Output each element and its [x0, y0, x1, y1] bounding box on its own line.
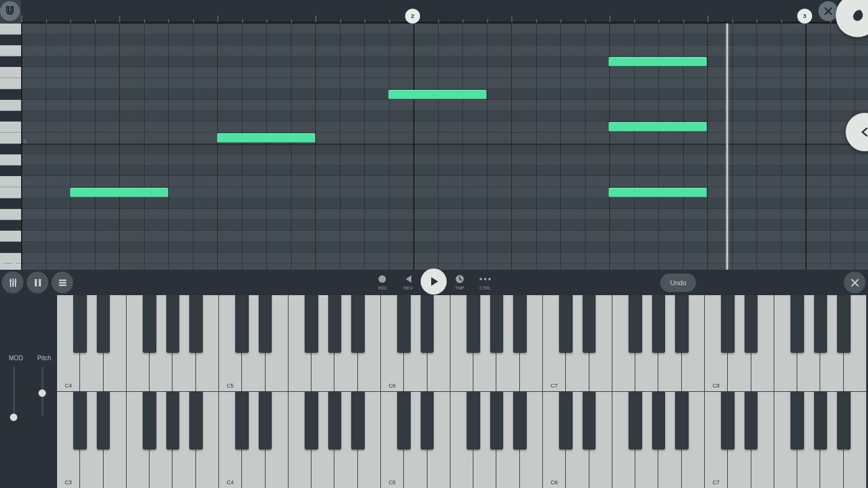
black-key[interactable]: [629, 392, 642, 450]
black-key[interactable]: [837, 295, 851, 353]
black-key[interactable]: [721, 295, 735, 353]
piano-roll-grid[interactable]: 5: [21, 24, 868, 270]
black-key[interactable]: [513, 295, 527, 353]
key-label: C7: [543, 383, 565, 389]
close-piano-roll-button[interactable]: [818, 1, 838, 21]
black-key[interactable]: [143, 392, 156, 450]
black-key[interactable]: [397, 392, 411, 450]
pause-tool-button[interactable]: [27, 272, 48, 293]
mod-pitch-panel: MOD Pitch: [0, 295, 57, 488]
black-key[interactable]: [73, 392, 87, 450]
black-key[interactable]: [814, 392, 828, 450]
piano-roll-keys[interactable]: [0, 24, 21, 270]
bar-marker[interactable]: 2: [405, 9, 420, 24]
black-key[interactable]: [837, 392, 851, 450]
play-button[interactable]: [421, 268, 447, 295]
black-key[interactable]: [675, 392, 689, 450]
black-key[interactable]: [397, 295, 411, 353]
playhead[interactable]: [727, 24, 728, 270]
black-key[interactable]: [745, 295, 758, 353]
black-key[interactable]: [745, 392, 758, 450]
rec-label: REC: [378, 286, 388, 290]
close-icon: [823, 6, 834, 17]
black-key[interactable]: [583, 295, 596, 353]
timeline-ruler[interactable]: 23: [21, 0, 868, 24]
midi-note[interactable]: [609, 57, 707, 66]
black-key[interactable]: [305, 392, 318, 450]
key-label: C6: [543, 479, 565, 486]
black-key[interactable]: [421, 392, 434, 450]
black-key[interactable]: [790, 295, 804, 353]
mod-slider-handle[interactable]: [10, 414, 17, 421]
black-key[interactable]: [467, 295, 480, 353]
black-key[interactable]: [652, 392, 666, 450]
black-key[interactable]: [235, 295, 249, 353]
transport-bar: REC REV TMP CTRL Undo: [0, 270, 868, 295]
piano-roll: 23 5: [0, 0, 868, 270]
black-key[interactable]: [675, 295, 689, 353]
svg-point-0: [9, 280, 12, 282]
black-key[interactable]: [305, 295, 318, 353]
key-label: C6: [381, 383, 403, 389]
clock-icon: [455, 274, 465, 284]
record-button[interactable]: [378, 275, 387, 283]
key-label: C7: [705, 479, 727, 486]
black-key[interactable]: [629, 295, 642, 353]
midi-note[interactable]: [388, 90, 486, 99]
black-key[interactable]: [97, 392, 110, 450]
dots-icon: [479, 276, 491, 282]
black-key[interactable]: [513, 392, 527, 450]
black-key[interactable]: [189, 392, 203, 450]
black-key[interactable]: [790, 392, 804, 450]
undo-label: Undo: [670, 279, 686, 286]
magnet-icon: [4, 5, 16, 17]
black-key[interactable]: [583, 392, 596, 450]
svg-point-2: [14, 280, 17, 283]
midi-note[interactable]: [609, 122, 707, 131]
midi-note[interactable]: [609, 188, 707, 197]
list-tool-button[interactable]: [51, 272, 73, 293]
black-key[interactable]: [328, 392, 342, 450]
black-key[interactable]: [189, 295, 203, 353]
black-key[interactable]: [97, 295, 110, 353]
svg-rect-3: [35, 279, 37, 286]
black-key[interactable]: [259, 392, 272, 450]
black-key[interactable]: [490, 392, 504, 450]
rewind-button[interactable]: [403, 274, 413, 284]
keyboard-section: MOD Pitch C4C5C6C7C8 C3C4C5C6C7: [0, 295, 868, 488]
black-key[interactable]: [490, 295, 504, 353]
black-key[interactable]: [559, 392, 573, 450]
black-key[interactable]: [235, 392, 249, 450]
black-key[interactable]: [559, 295, 573, 353]
keyboard-row-bottom[interactable]: C3C4C5C6C7: [57, 392, 867, 488]
black-key[interactable]: [814, 295, 828, 353]
black-key[interactable]: [143, 295, 156, 353]
black-key[interactable]: [351, 392, 365, 450]
tempo-button[interactable]: [455, 274, 465, 284]
midi-note[interactable]: [217, 133, 315, 143]
black-key[interactable]: [421, 295, 434, 353]
close-keyboard-button[interactable]: [844, 272, 866, 293]
ctrl-button[interactable]: [479, 276, 491, 282]
keyboard-row-top[interactable]: C4C5C6C7C8: [57, 295, 867, 391]
black-key[interactable]: [166, 392, 180, 450]
black-key[interactable]: [73, 295, 87, 353]
svg-point-7: [480, 278, 482, 280]
snap-button[interactable]: [0, 1, 20, 21]
undo-button[interactable]: Undo: [660, 273, 696, 292]
black-key[interactable]: [166, 295, 180, 353]
black-key[interactable]: [467, 392, 480, 450]
sliders-tool-button[interactable]: [2, 272, 24, 293]
black-key[interactable]: [721, 392, 735, 450]
bar-marker[interactable]: 3: [797, 9, 812, 24]
svg-point-5: [378, 275, 386, 283]
black-key[interactable]: [351, 295, 365, 353]
list-icon: [56, 277, 69, 289]
midi-note[interactable]: [70, 188, 168, 197]
key-label: C3: [57, 479, 79, 486]
black-key[interactable]: [652, 295, 666, 353]
black-key[interactable]: [259, 295, 272, 353]
octave-label: 5: [24, 138, 27, 144]
black-key[interactable]: [328, 295, 342, 353]
pitch-slider-handle[interactable]: [38, 389, 46, 397]
